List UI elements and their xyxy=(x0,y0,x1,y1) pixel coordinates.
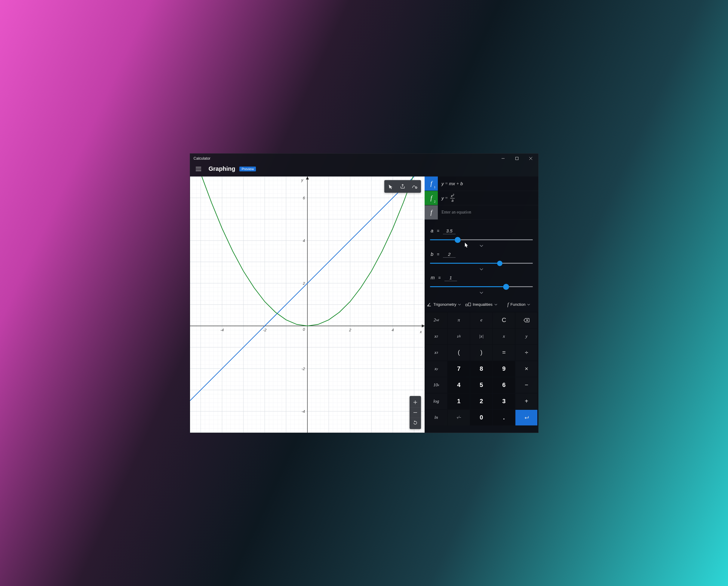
equation-input-placeholder[interactable]: Enter an equation xyxy=(438,205,538,219)
zoom-in-button[interactable] xyxy=(410,397,421,407)
key-ln[interactable]: ln xyxy=(425,410,447,425)
variable-name: m xyxy=(431,275,435,281)
key-1[interactable]: 1 xyxy=(448,394,470,409)
variable-block-m: m=1 xyxy=(430,273,532,296)
key-×[interactable]: × xyxy=(515,361,537,377)
svg-text:4: 4 xyxy=(303,238,305,243)
tab-label: Inequalities xyxy=(473,302,493,307)
hamburger-menu-button[interactable] xyxy=(192,163,205,175)
key-¹⁄ₓ[interactable]: 1⁄x xyxy=(448,329,470,344)
key-⁺⁄₋[interactable]: +⁄− xyxy=(448,410,470,425)
key-7[interactable]: 7 xyxy=(448,361,470,377)
key-2ⁿᵈ[interactable]: 2nd xyxy=(425,312,447,328)
key-3[interactable]: 3 xyxy=(493,394,515,409)
key-|x|[interactable]: |x| xyxy=(470,329,492,344)
equation-color-swatch[interactable]: f xyxy=(424,205,438,219)
expand-variable-range[interactable] xyxy=(430,291,532,296)
key-x³[interactable]: x3 xyxy=(425,345,447,361)
equals-sign: = xyxy=(438,275,441,280)
key-e[interactable]: e xyxy=(470,312,492,328)
key-0[interactable]: 0 xyxy=(470,410,492,425)
key-6[interactable]: 6 xyxy=(493,377,515,393)
key-2[interactable]: 2 xyxy=(470,394,492,409)
plot-svg: -4-224-4-22460xy xyxy=(190,177,425,433)
variable-header: m=1 xyxy=(430,275,532,281)
key-4[interactable]: 4 xyxy=(448,377,470,393)
svg-text:-2: -2 xyxy=(263,327,266,332)
svg-text:4: 4 xyxy=(391,327,394,332)
key-=[interactable]: = xyxy=(493,345,515,361)
equation-row-1[interactable]: fy = mx + b xyxy=(424,177,538,191)
minimize-button[interactable] xyxy=(496,154,510,163)
variable-slider-a[interactable] xyxy=(430,237,532,243)
share-button[interactable] xyxy=(397,181,408,191)
graph-toolbar xyxy=(384,180,421,193)
svg-text:0: 0 xyxy=(303,327,305,331)
preview-badge: Preview xyxy=(239,166,256,171)
svg-text:-4: -4 xyxy=(220,327,224,332)
svg-rect-164 xyxy=(466,304,467,306)
app-window: Calculator Graphing Preview -4-224-4-224… xyxy=(190,153,539,433)
expand-variable-range[interactable] xyxy=(430,244,532,249)
variable-value-input[interactable]: 1 xyxy=(444,275,457,281)
svg-text:2: 2 xyxy=(303,281,305,285)
close-button[interactable] xyxy=(524,154,538,163)
equation-expression[interactable]: y = mx + b xyxy=(438,177,538,191)
variable-slider-m[interactable] xyxy=(430,284,532,290)
equals-sign: = xyxy=(437,229,439,233)
header: Graphing Preview xyxy=(190,163,538,177)
variable-block-a: a=3.5 xyxy=(430,227,532,249)
key-−[interactable]: − xyxy=(515,377,537,393)
key-x²[interactable]: x2 xyxy=(425,329,447,344)
key-C[interactable]: C xyxy=(493,312,515,328)
key-log[interactable]: log xyxy=(425,394,447,409)
tab-function[interactable]: f Function xyxy=(501,300,537,310)
key-10ˣ[interactable]: 10x xyxy=(425,377,447,393)
mode-title: Graphing xyxy=(209,165,235,172)
tab-trigonometry[interactable]: Trigonometry xyxy=(426,300,462,310)
graph-canvas[interactable]: -4-224-4-22460xy xyxy=(190,177,425,433)
chevron-down-icon xyxy=(527,302,530,307)
variable-value-input[interactable]: 3.5 xyxy=(443,228,456,234)
maximize-button[interactable] xyxy=(510,154,524,163)
content: -4-224-4-22460xy fy = mx + bfy = x xyxy=(190,177,538,433)
tab-label: Trigonometry xyxy=(433,302,456,307)
expand-variable-range[interactable] xyxy=(430,267,532,272)
equation-expression[interactable]: y = x2a xyxy=(438,191,538,205)
key-⌫[interactable] xyxy=(515,312,537,328)
equation-row-2[interactable]: fy = x2a xyxy=(424,191,538,205)
window-controls xyxy=(496,154,538,163)
trace-button[interactable] xyxy=(386,181,396,191)
variable-value-input[interactable]: 2 xyxy=(443,252,456,258)
key-π[interactable]: π xyxy=(448,312,470,328)
key-÷[interactable]: ÷ xyxy=(515,345,537,361)
equation-row-3[interactable]: fEnter an equation xyxy=(424,205,538,220)
svg-text:6: 6 xyxy=(303,195,305,200)
zoom-out-button[interactable] xyxy=(410,407,421,418)
key-↵[interactable] xyxy=(515,410,537,425)
key-9[interactable]: 9 xyxy=(493,361,515,377)
equation-color-swatch[interactable]: f xyxy=(424,177,438,191)
key-y[interactable]: y xyxy=(515,329,537,344)
key-8[interactable]: 8 xyxy=(470,361,492,377)
key-5[interactable]: 5 xyxy=(470,377,492,393)
variable-header: b=2 xyxy=(430,252,532,258)
key-([interactable]: ( xyxy=(448,345,470,361)
title-bar: Calculator xyxy=(190,154,538,163)
window-title: Calculator xyxy=(194,156,210,161)
graph-options-button[interactable] xyxy=(410,181,420,191)
equation-color-swatch[interactable]: f xyxy=(424,191,438,205)
key-+[interactable]: + xyxy=(515,394,537,409)
key-)[interactable]: ) xyxy=(470,345,492,361)
svg-rect-165 xyxy=(468,303,471,306)
key-.[interactable]: . xyxy=(493,410,515,425)
key-xʸ[interactable]: xy xyxy=(425,361,447,377)
svg-text:x: x xyxy=(419,329,422,334)
reset-view-button[interactable] xyxy=(410,418,421,428)
variable-header: a=3.5 xyxy=(430,228,532,234)
variable-slider-b[interactable] xyxy=(430,261,532,266)
key-x[interactable]: x xyxy=(493,329,515,344)
svg-text:2: 2 xyxy=(348,327,351,332)
svg-text:-4: -4 xyxy=(301,409,305,414)
tab-inequalities[interactable]: Inequalities xyxy=(463,300,499,310)
